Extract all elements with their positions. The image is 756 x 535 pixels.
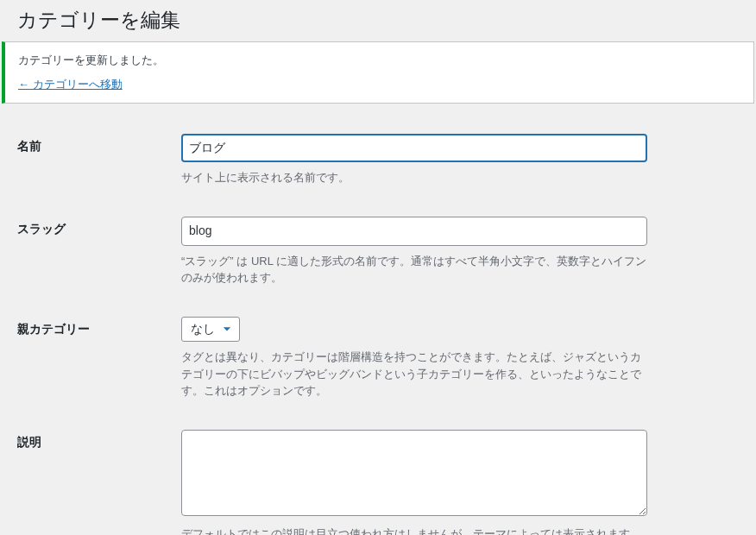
parent-label: 親カテゴリー <box>0 304 173 417</box>
name-label: 名前 <box>0 121 173 204</box>
slug-description: “スラッグ” は URL に適した形式の名前です。通常はすべて半角小文字で、英数… <box>181 253 647 286</box>
name-input[interactable] <box>181 134 647 163</box>
back-to-categories-link[interactable]: ← カテゴリーへ移動 <box>18 78 123 91</box>
success-notice: カテゴリーを更新しました。 ← カテゴリーへ移動 <box>2 41 754 104</box>
notice-message: カテゴリーを更新しました。 <box>18 53 740 68</box>
parent-description: タグとは異なり、カテゴリーは階層構造を持つことができます。たとえば、ジャズという… <box>181 349 647 400</box>
name-description: サイト上に表示される名前です。 <box>181 169 647 186</box>
edit-form-table: 名前 サイト上に表示される名前です。 スラッグ “スラッグ” は URL に適し… <box>0 121 756 535</box>
slug-label: スラッグ <box>0 204 173 304</box>
parent-select[interactable]: なし <box>181 317 240 343</box>
description-label: 説明 <box>0 417 173 535</box>
description-textarea[interactable] <box>181 430 647 516</box>
edit-category-wrap: カテゴリーを編集 カテゴリーを更新しました。 ← カテゴリーへ移動 名前 サイト… <box>0 0 756 535</box>
slug-input[interactable] <box>181 217 647 246</box>
description-help: デフォルトではこの説明は目立つ使われ方はしませんが、テーマによっては表示されます… <box>181 526 647 535</box>
page-title: カテゴリーを編集 <box>0 0 756 37</box>
